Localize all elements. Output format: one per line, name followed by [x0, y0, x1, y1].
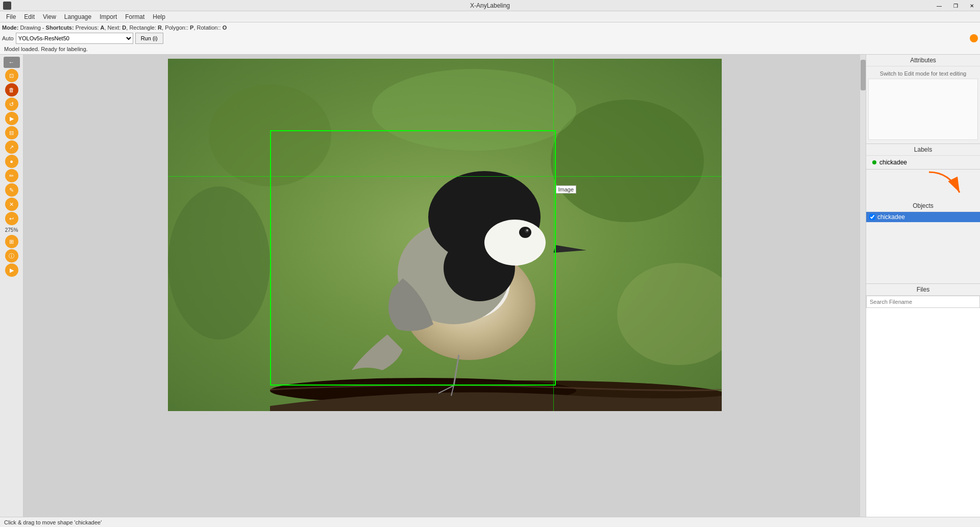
right-panel: Attributes Switch to Edit mode for text …: [866, 55, 980, 517]
status-text: Model loaded. Ready for labeling.: [4, 46, 88, 52]
files-list: [866, 308, 980, 517]
object-checkbox-chickadee[interactable]: [869, 214, 875, 220]
window-controls: — ❐ ✕: [931, 0, 980, 11]
labels-header: Labels: [866, 144, 980, 156]
attributes-header: Attributes: [866, 55, 980, 66]
move-tool-icon[interactable]: ←: [4, 57, 20, 68]
labels-section: Labels chickadee: [866, 144, 980, 170]
close-button[interactable]: ✕: [964, 0, 980, 11]
arrow-svg: [924, 170, 965, 198]
attributes-content: Switch to Edit mode for text editing: [866, 66, 980, 143]
fit-tool-icon[interactable]: ⊡: [5, 69, 18, 82]
edit-mode-text: Switch to Edit mode for text editing: [868, 68, 978, 79]
svg-point-3: [372, 69, 576, 151]
svg-point-14: [519, 227, 531, 238]
fit-window-icon[interactable]: ⊞: [5, 235, 18, 248]
model-select[interactable]: YOLOv5s-ResNet50: [16, 33, 133, 44]
arrow-tool-icon[interactable]: ↗: [5, 140, 18, 154]
svg-point-13: [484, 220, 546, 266]
window-title: X-AnyLabeling: [470, 2, 510, 9]
files-header: Files: [866, 284, 980, 296]
auto-label: Auto: [2, 35, 14, 41]
object-chickadee[interactable]: chickadee: [866, 212, 980, 222]
play-tool-icon[interactable]: ▶: [5, 264, 18, 277]
scrollbar-thumb[interactable]: [861, 60, 866, 90]
image-tooltip: Image: [556, 185, 577, 194]
app-icon: [3, 2, 11, 10]
restore-button[interactable]: ❐: [947, 0, 964, 11]
svg-point-1: [209, 84, 331, 186]
pencil-tool-icon[interactable]: ✏: [5, 169, 18, 182]
zoom-value: 275%: [5, 227, 18, 233]
copy-tool-icon[interactable]: ⊟: [5, 126, 18, 139]
next-tool-icon[interactable]: ▶: [5, 112, 18, 125]
arrow-indicator: [866, 170, 980, 200]
menu-file[interactable]: File: [2, 12, 20, 21]
menu-language[interactable]: Language: [60, 12, 95, 21]
undo-tool-icon[interactable]: ↩: [5, 212, 18, 225]
menu-help[interactable]: Help: [149, 12, 169, 21]
files-section: Files: [866, 284, 980, 517]
reload-tool-icon[interactable]: ↺: [5, 98, 18, 111]
menu-import[interactable]: Import: [95, 12, 121, 21]
status-message: Click & drag to move shape 'chickadee': [4, 519, 102, 525]
delete-tool-icon[interactable]: 🗑: [5, 83, 18, 97]
titlebar: X-AnyLabeling — ❐ ✕: [0, 0, 980, 11]
objects-section: Objects chickadee: [866, 200, 980, 284]
canvas-scrollbar[interactable]: [860, 55, 866, 517]
attributes-textarea[interactable]: [868, 79, 978, 140]
main-content: ← ⊡ 🗑 ↺ ▶ ⊟ ↗ ● ✏ ✎ ✕ ↩ 275% ⊞ ⓘ ▶: [0, 55, 980, 517]
close-tool-icon[interactable]: ✕: [5, 198, 18, 211]
label-chickadee[interactable]: chickadee: [868, 158, 978, 167]
edit-tool-icon[interactable]: ✎: [5, 183, 18, 197]
statusbar: Click & drag to move shape 'chickadee': [0, 517, 980, 527]
object-name-chickadee: chickadee: [877, 213, 905, 221]
left-sidebar: ← ⊡ 🗑 ↺ ▶ ⊟ ↗ ● ✏ ✎ ✕ ↩ 275% ⊞ ⓘ ▶: [0, 55, 23, 517]
svg-point-4: [168, 186, 270, 340]
toolbar: Mode: Drawing - Shortcuts: Previous: A, …: [0, 22, 980, 55]
image-container: Image: [168, 59, 722, 411]
labels-content: chickadee: [866, 156, 980, 169]
label-color-dot: [872, 160, 876, 164]
canvas-scroll[interactable]: Image: [23, 55, 866, 517]
bird-image: [168, 59, 722, 411]
attributes-section: Attributes Switch to Edit mode for text …: [866, 55, 980, 144]
label-name: chickadee: [879, 159, 907, 166]
menu-view[interactable]: View: [39, 12, 60, 21]
status-dot: [970, 34, 978, 42]
menubar: File Edit View Language Import Format He…: [0, 11, 980, 22]
bird-svg: [168, 59, 722, 411]
point-tool-icon[interactable]: ●: [5, 155, 18, 168]
objects-header: Objects: [866, 200, 980, 212]
search-filename-input[interactable]: [866, 296, 980, 308]
menu-edit[interactable]: Edit: [20, 12, 39, 21]
objects-content: chickadee: [866, 212, 980, 283]
svg-point-16: [526, 229, 528, 231]
run-button[interactable]: Run (i): [135, 33, 163, 44]
info-tool-icon[interactable]: ⓘ: [5, 249, 18, 262]
canvas-area[interactable]: Image: [23, 55, 866, 517]
minimize-button[interactable]: —: [931, 0, 947, 11]
mode-text: Mode: Drawing - Shortcuts: Previous: A, …: [2, 25, 227, 31]
menu-format[interactable]: Format: [121, 12, 149, 21]
